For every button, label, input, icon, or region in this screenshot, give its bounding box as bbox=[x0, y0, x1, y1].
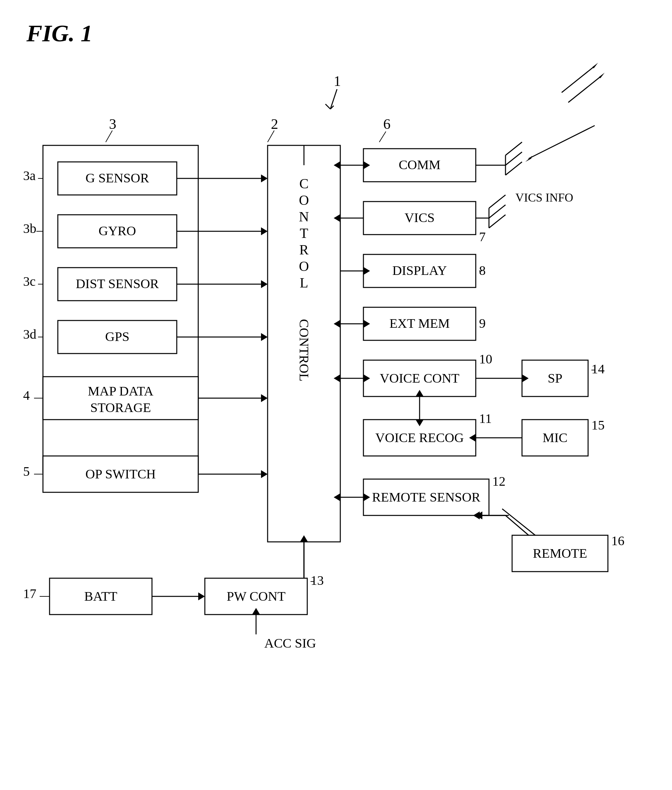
ref-3c: 3c bbox=[23, 274, 36, 289]
ref-15: 15 bbox=[591, 417, 605, 432]
ref-1: 1 bbox=[334, 73, 341, 89]
control-label-v: C bbox=[299, 176, 309, 191]
batt-label: BATT bbox=[84, 589, 117, 604]
display-label: DISPLAY bbox=[392, 263, 447, 278]
svg-marker-79 bbox=[198, 592, 205, 600]
ref-3: 3 bbox=[109, 116, 116, 132]
svg-line-38 bbox=[562, 66, 595, 93]
vicsinfo-label: VICS INFO bbox=[515, 191, 573, 204]
svg-line-4 bbox=[267, 131, 274, 142]
ref-3d: 3d bbox=[23, 327, 36, 342]
mapdata-label1: MAP DATA bbox=[88, 384, 154, 398]
ref-3a: 3a bbox=[23, 168, 36, 183]
ref-10: 10 bbox=[479, 352, 492, 366]
svg-marker-20 bbox=[261, 394, 267, 402]
svg-marker-15 bbox=[261, 280, 267, 288]
svg-line-1 bbox=[325, 104, 330, 109]
sp-label: SP bbox=[548, 371, 563, 385]
gps-label: GPS bbox=[105, 329, 129, 344]
svg-marker-13 bbox=[261, 227, 267, 235]
remotesensor-label: REMOTE SENSOR bbox=[372, 490, 480, 505]
svg-marker-43 bbox=[525, 156, 532, 162]
svg-text:O: O bbox=[299, 259, 309, 274]
control-label: CONTROL bbox=[297, 319, 312, 382]
ref-12: 12 bbox=[492, 474, 506, 489]
ref-3b: 3b bbox=[23, 221, 36, 236]
svg-line-35 bbox=[506, 142, 522, 155]
svg-line-3 bbox=[106, 131, 112, 142]
svg-line-46 bbox=[489, 195, 506, 208]
svg-text:O: O bbox=[299, 193, 309, 208]
ref-9: 9 bbox=[479, 316, 486, 331]
svg-marker-23 bbox=[261, 470, 267, 478]
distsensor-label: DIST SENSOR bbox=[76, 276, 159, 291]
ref-14: 14 bbox=[591, 361, 605, 376]
svg-line-40 bbox=[568, 76, 601, 102]
ref-2: 2 bbox=[271, 116, 278, 132]
ref-16: 16 bbox=[611, 533, 624, 548]
svg-marker-17 bbox=[261, 333, 267, 341]
ref-11: 11 bbox=[479, 411, 492, 426]
svg-text:T: T bbox=[300, 225, 308, 241]
svg-line-37 bbox=[506, 162, 522, 175]
svg-marker-39 bbox=[592, 63, 598, 69]
voicecont-label: VOICE CONT bbox=[379, 371, 459, 385]
vics-label: VICS bbox=[405, 210, 434, 225]
svg-marker-11 bbox=[261, 174, 267, 182]
ref-4: 4 bbox=[23, 388, 30, 403]
opswitch-label: OP SWITCH bbox=[86, 467, 156, 481]
mapdata-label2: STORAGE bbox=[90, 400, 151, 415]
diagram-svg: 1 3 2 6 3a G SENSOR 3b GYRO 3c DIST SENS… bbox=[0, 0, 672, 790]
comm-label: COMM bbox=[399, 157, 441, 172]
gyro-label: GYRO bbox=[98, 223, 136, 238]
svg-line-36 bbox=[506, 152, 522, 165]
svg-line-42 bbox=[529, 126, 595, 158]
svg-text:N: N bbox=[299, 209, 309, 224]
svg-marker-41 bbox=[599, 73, 605, 78]
svg-text:L: L bbox=[300, 275, 308, 290]
ref-7: 7 bbox=[479, 229, 486, 244]
svg-text:R: R bbox=[299, 242, 309, 257]
ref-17: 17 bbox=[23, 586, 36, 601]
svg-line-47 bbox=[489, 205, 506, 218]
pwcont-label: PW CONT bbox=[227, 589, 285, 604]
voicerecog-label: VOICE RECOG bbox=[375, 430, 464, 445]
svg-line-71 bbox=[506, 515, 529, 535]
ref-8: 8 bbox=[479, 263, 486, 278]
svg-line-5 bbox=[379, 131, 386, 142]
extmem-label: EXT MEM bbox=[389, 316, 450, 331]
ref-5: 5 bbox=[23, 464, 30, 479]
gsensor-label: G SENSOR bbox=[86, 171, 149, 186]
ref-13: 13 bbox=[310, 573, 324, 588]
ref-6: 6 bbox=[383, 116, 390, 132]
mic-label: MIC bbox=[542, 430, 568, 445]
remote-label: REMOTE bbox=[533, 546, 587, 561]
accsig-label: ACC SIG bbox=[264, 636, 316, 651]
svg-line-74 bbox=[502, 509, 535, 535]
svg-line-48 bbox=[489, 215, 506, 228]
